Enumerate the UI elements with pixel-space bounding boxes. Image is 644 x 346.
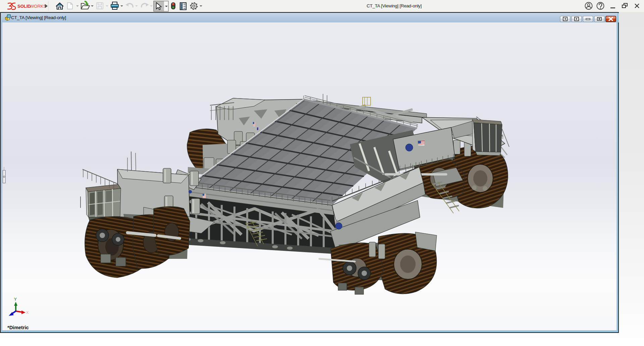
svg-text:Y: Y <box>14 297 17 302</box>
svg-text:X: X <box>26 310 29 314</box>
svg-text:*Dimetric: *Dimetric <box>7 325 29 330</box>
svg-text:SOLID: SOLID <box>17 4 31 9</box>
svg-text:WORKS: WORKS <box>30 4 46 9</box>
